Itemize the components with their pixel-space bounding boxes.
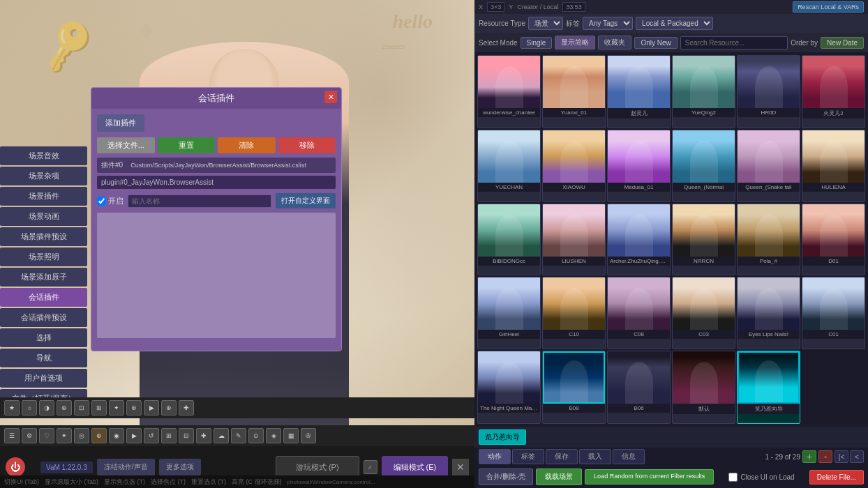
only-new-btn[interactable]: Only New [634, 37, 677, 49]
resource-item[interactable]: 赵灵儿 [607, 55, 671, 128]
tool-icon-17[interactable]: ▦ [283, 428, 299, 443]
load-random-btn[interactable]: Load Random from current Filter results [585, 469, 714, 485]
tool-icon-r2-5[interactable]: ⊡ [74, 400, 89, 415]
plugin-name-input[interactable] [128, 195, 271, 208]
tab-load[interactable]: 载入 [579, 449, 611, 464]
resource-item[interactable]: Medusa_01 [607, 130, 671, 201]
resource-item[interactable]: Eyes Lips Nails! [737, 277, 800, 349]
tool-icon-r2-3[interactable]: ◑ [39, 400, 54, 415]
resource-item[interactable]: Yuanxi_01 [542, 55, 606, 128]
local-packaged-dropdown[interactable]: Local & Packaged [636, 17, 713, 30]
bottom-close-btn[interactable]: ✕ [452, 459, 469, 475]
merge-btn[interactable]: 合并/删除-壳 [479, 468, 533, 485]
add-plugin-btn[interactable]: 添加插件 [97, 114, 144, 132]
tab-action[interactable]: 动作 [479, 449, 511, 464]
resource-item[interactable]: C01 [802, 277, 865, 349]
resource-item[interactable]: C10 [542, 277, 606, 349]
sidebar-item-scene-plugin[interactable]: 场景插件 [0, 187, 87, 206]
remove-plugin-btn[interactable]: 移除 [278, 137, 336, 153]
resource-item[interactable]: C08 [607, 277, 671, 349]
new-date-btn[interactable]: New Date [821, 37, 864, 49]
dialog-close-btn[interactable]: ✕ [324, 91, 337, 103]
resource-item[interactable]: YUECHAN [477, 130, 541, 201]
tool-icon-9[interactable]: ↺ [144, 428, 159, 443]
custom-ui-btn[interactable]: 打开自定义界面 [276, 193, 336, 208]
sidebar-item-scene-light[interactable]: 场景照明 [0, 247, 87, 266]
nav-first-btn[interactable]: |< [835, 450, 848, 463]
load-scene-btn[interactable]: 载载场景 [536, 468, 582, 485]
sidebar-item-select[interactable]: 选择 [0, 328, 87, 347]
tool-icon-r2-8[interactable]: ⊛ [126, 400, 142, 415]
sidebar-item-scene-plugin-preset[interactable]: 场景插件预设 [0, 227, 87, 246]
resource-item[interactable]: 默认 [672, 351, 735, 424]
tool-icon-16[interactable]: ◈ [266, 428, 281, 443]
tool-icon-3[interactable]: ♡ [39, 428, 54, 443]
resource-item[interactable]: Archer.ZhuZhuQing.JXThu [607, 204, 671, 275]
favorites-btn[interactable]: 收藏夹 [598, 36, 631, 49]
resource-item[interactable]: Queen_(Normal [672, 130, 735, 201]
sidebar-item-scene-misc[interactable]: 场景杂项 [0, 167, 87, 185]
resource-item[interactable]: HULIENA [802, 130, 865, 201]
selected-item-btn[interactable]: 览乃惹向导 [479, 429, 526, 445]
sidebar-item-user-prefs[interactable]: 用户首选项 [0, 369, 87, 388]
resource-item[interactable]: C03 [672, 277, 735, 349]
resource-item[interactable]: B06 [607, 351, 671, 424]
resource-item[interactable]: wunderwise_chanlee [477, 55, 541, 128]
coord-x-value[interactable]: 3×3 [487, 2, 504, 12]
tool-icon-11[interactable]: ⊟ [179, 428, 194, 443]
freeze-btn[interactable]: 冻结动作/声音 [97, 459, 155, 475]
resource-item[interactable]: The Night Queen Maria [477, 351, 541, 424]
resource-item[interactable]: 火灵儿2 [802, 55, 865, 128]
show-all-btn[interactable]: 显示简略 [555, 36, 595, 49]
sidebar-item-scene-sound[interactable]: 场景音效 [0, 146, 87, 165]
tool-icon-r2-10[interactable]: ⊕ [161, 400, 177, 415]
resource-item[interactable]: B08 [542, 351, 606, 424]
resource-item[interactable]: LIUSHEN [542, 204, 606, 275]
tool-icon-14[interactable]: ✎ [231, 428, 246, 443]
sidebar-item-scene-add-atom[interactable]: 场景添加原子 [0, 268, 87, 287]
tool-icon-15[interactable]: ⊙ [248, 428, 264, 443]
close-ui-checkbox[interactable] [728, 473, 738, 482]
tool-icon-r2-2[interactable]: ☼ [22, 400, 37, 415]
tab-info[interactable]: 信息 [613, 449, 645, 464]
nav-prev-btn[interactable]: < [850, 450, 864, 463]
resource-item[interactable]: NRRCN [672, 204, 735, 275]
resource-item[interactable]: Queen_(Snake tail [737, 130, 800, 201]
tool-icon-5[interactable]: ◎ [74, 428, 89, 443]
resource-item[interactable]: YueQing2 [672, 55, 735, 128]
rescan-btn[interactable]: Rescan Local & VARs [793, 1, 864, 13]
reset-plugin-btn[interactable]: 重置 [158, 137, 216, 153]
sidebar-item-scene-anim[interactable]: 场景动画 [0, 207, 87, 226]
tool-icon-6[interactable]: ⊕ [91, 428, 107, 443]
resource-item[interactable]: HR0D [737, 55, 800, 128]
tool-icon-18[interactable]: ✇ [301, 428, 316, 443]
power-button[interactable]: ⏻ [6, 457, 25, 477]
page-plus-btn[interactable]: + [802, 450, 816, 463]
enable-checkbox-label[interactable]: 开启 [97, 196, 124, 206]
coord-y-value[interactable]: 33:53 [562, 2, 585, 12]
resource-item[interactable]: BIBIDONGcc [477, 204, 541, 275]
tool-icon-r2-1[interactable]: ★ [4, 400, 20, 415]
clear-plugin-btn[interactable]: 清除 [218, 137, 276, 153]
tool-icon-r2-11[interactable]: ✚ [179, 400, 194, 415]
tool-icon-12[interactable]: ✚ [196, 428, 211, 443]
any-tags-dropdown[interactable]: Any Tags [583, 17, 633, 30]
tool-icon-13[interactable]: ☁ [214, 428, 229, 443]
resource-item[interactable]: XIAOWU [542, 130, 606, 201]
resource-item[interactable]: Pola_# [737, 204, 800, 275]
sidebar-item-navigate[interactable]: 导航 [0, 349, 87, 367]
tool-icon-2[interactable]: ⚙ [22, 428, 37, 443]
tool-icon-10[interactable]: ⊞ [161, 428, 177, 443]
page-minus-btn[interactable]: - [818, 450, 832, 463]
tool-icon-1[interactable]: ☰ [4, 428, 20, 443]
enable-checkbox[interactable] [97, 197, 106, 206]
resource-item[interactable]: D01 [802, 204, 865, 275]
resource-item[interactable]: GirlHeel [477, 277, 541, 349]
search-input[interactable] [680, 36, 788, 49]
resource-item[interactable]: 览乃惹向导 [737, 351, 800, 424]
select-file-btn[interactable]: 选择文件... [97, 137, 155, 153]
tool-icon-r2-9[interactable]: ▶ [144, 400, 159, 415]
scene-dropdown[interactable]: 场景 [528, 17, 563, 30]
more-options-btn[interactable]: 更多选项 [159, 459, 201, 475]
tab-tags[interactable]: 标签 [512, 449, 544, 464]
